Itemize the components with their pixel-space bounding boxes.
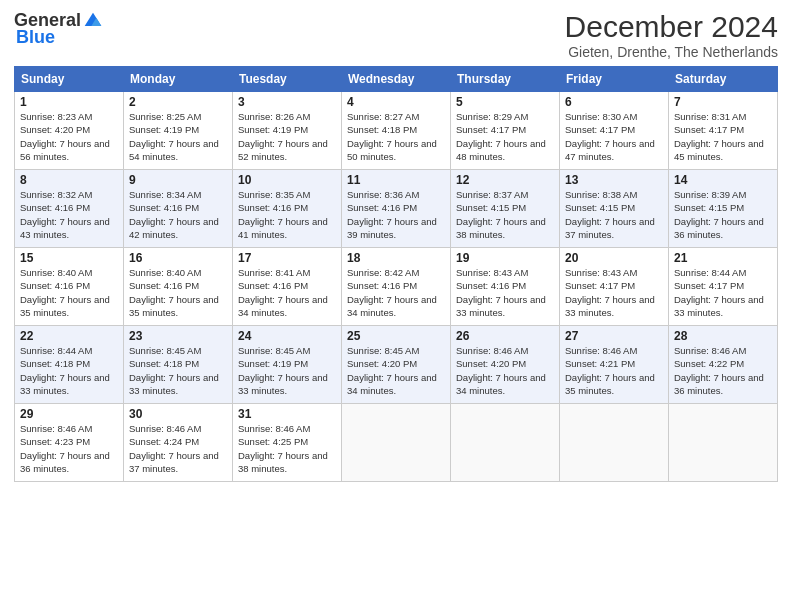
day-info: Sunrise: 8:29 AMSunset: 4:17 PMDaylight:… — [456, 110, 554, 163]
day-number: 7 — [674, 95, 772, 109]
day-header-tuesday: Tuesday — [233, 67, 342, 92]
day-number: 19 — [456, 251, 554, 265]
calendar-table: SundayMondayTuesdayWednesdayThursdayFrid… — [14, 66, 778, 482]
day-cell: 15Sunrise: 8:40 AMSunset: 4:16 PMDayligh… — [15, 248, 124, 326]
day-info: Sunrise: 8:46 AMSunset: 4:23 PMDaylight:… — [20, 422, 118, 475]
day-number: 1 — [20, 95, 118, 109]
day-header-thursday: Thursday — [451, 67, 560, 92]
day-info: Sunrise: 8:43 AMSunset: 4:16 PMDaylight:… — [456, 266, 554, 319]
day-number: 23 — [129, 329, 227, 343]
day-number: 18 — [347, 251, 445, 265]
day-number: 16 — [129, 251, 227, 265]
day-info: Sunrise: 8:45 AMSunset: 4:20 PMDaylight:… — [347, 344, 445, 397]
day-number: 6 — [565, 95, 663, 109]
day-number: 9 — [129, 173, 227, 187]
page: General Blue December 2024 Gieten, Drent… — [0, 0, 792, 612]
day-info: Sunrise: 8:41 AMSunset: 4:16 PMDaylight:… — [238, 266, 336, 319]
day-cell: 23Sunrise: 8:45 AMSunset: 4:18 PMDayligh… — [124, 326, 233, 404]
day-info: Sunrise: 8:46 AMSunset: 4:20 PMDaylight:… — [456, 344, 554, 397]
day-info: Sunrise: 8:36 AMSunset: 4:16 PMDaylight:… — [347, 188, 445, 241]
day-number: 29 — [20, 407, 118, 421]
calendar-week-row: 15Sunrise: 8:40 AMSunset: 4:16 PMDayligh… — [15, 248, 778, 326]
day-info: Sunrise: 8:30 AMSunset: 4:17 PMDaylight:… — [565, 110, 663, 163]
day-number: 13 — [565, 173, 663, 187]
day-cell: 2Sunrise: 8:25 AMSunset: 4:19 PMDaylight… — [124, 92, 233, 170]
day-info: Sunrise: 8:38 AMSunset: 4:15 PMDaylight:… — [565, 188, 663, 241]
day-cell: 12Sunrise: 8:37 AMSunset: 4:15 PMDayligh… — [451, 170, 560, 248]
day-cell: 5Sunrise: 8:29 AMSunset: 4:17 PMDaylight… — [451, 92, 560, 170]
day-cell: 27Sunrise: 8:46 AMSunset: 4:21 PMDayligh… — [560, 326, 669, 404]
title-block: December 2024 Gieten, Drenthe, The Nethe… — [565, 10, 778, 60]
day-info: Sunrise: 8:42 AMSunset: 4:16 PMDaylight:… — [347, 266, 445, 319]
day-info: Sunrise: 8:45 AMSunset: 4:19 PMDaylight:… — [238, 344, 336, 397]
day-number: 12 — [456, 173, 554, 187]
day-number: 4 — [347, 95, 445, 109]
month-title: December 2024 — [565, 10, 778, 44]
day-number: 8 — [20, 173, 118, 187]
day-info: Sunrise: 8:32 AMSunset: 4:16 PMDaylight:… — [20, 188, 118, 241]
day-number: 31 — [238, 407, 336, 421]
day-info: Sunrise: 8:40 AMSunset: 4:16 PMDaylight:… — [129, 266, 227, 319]
day-info: Sunrise: 8:46 AMSunset: 4:22 PMDaylight:… — [674, 344, 772, 397]
subtitle: Gieten, Drenthe, The Netherlands — [565, 44, 778, 60]
day-cell: 11Sunrise: 8:36 AMSunset: 4:16 PMDayligh… — [342, 170, 451, 248]
day-number: 15 — [20, 251, 118, 265]
day-info: Sunrise: 8:46 AMSunset: 4:21 PMDaylight:… — [565, 344, 663, 397]
calendar-week-row: 22Sunrise: 8:44 AMSunset: 4:18 PMDayligh… — [15, 326, 778, 404]
empty-cell — [560, 404, 669, 482]
day-cell: 9Sunrise: 8:34 AMSunset: 4:16 PMDaylight… — [124, 170, 233, 248]
day-info: Sunrise: 8:34 AMSunset: 4:16 PMDaylight:… — [129, 188, 227, 241]
day-number: 30 — [129, 407, 227, 421]
day-number: 14 — [674, 173, 772, 187]
day-number: 26 — [456, 329, 554, 343]
day-info: Sunrise: 8:43 AMSunset: 4:17 PMDaylight:… — [565, 266, 663, 319]
header: General Blue December 2024 Gieten, Drent… — [14, 10, 778, 60]
day-info: Sunrise: 8:23 AMSunset: 4:20 PMDaylight:… — [20, 110, 118, 163]
day-cell: 30Sunrise: 8:46 AMSunset: 4:24 PMDayligh… — [124, 404, 233, 482]
day-cell: 22Sunrise: 8:44 AMSunset: 4:18 PMDayligh… — [15, 326, 124, 404]
day-info: Sunrise: 8:27 AMSunset: 4:18 PMDaylight:… — [347, 110, 445, 163]
day-number: 11 — [347, 173, 445, 187]
calendar-week-row: 8Sunrise: 8:32 AMSunset: 4:16 PMDaylight… — [15, 170, 778, 248]
day-info: Sunrise: 8:46 AMSunset: 4:25 PMDaylight:… — [238, 422, 336, 475]
day-number: 3 — [238, 95, 336, 109]
day-cell: 10Sunrise: 8:35 AMSunset: 4:16 PMDayligh… — [233, 170, 342, 248]
day-number: 24 — [238, 329, 336, 343]
day-cell: 4Sunrise: 8:27 AMSunset: 4:18 PMDaylight… — [342, 92, 451, 170]
day-number: 25 — [347, 329, 445, 343]
day-cell: 13Sunrise: 8:38 AMSunset: 4:15 PMDayligh… — [560, 170, 669, 248]
day-cell: 18Sunrise: 8:42 AMSunset: 4:16 PMDayligh… — [342, 248, 451, 326]
logo-icon — [83, 11, 103, 31]
day-header-monday: Monday — [124, 67, 233, 92]
day-cell: 8Sunrise: 8:32 AMSunset: 4:16 PMDaylight… — [15, 170, 124, 248]
day-cell: 6Sunrise: 8:30 AMSunset: 4:17 PMDaylight… — [560, 92, 669, 170]
day-number: 2 — [129, 95, 227, 109]
empty-cell — [669, 404, 778, 482]
day-number: 22 — [20, 329, 118, 343]
day-info: Sunrise: 8:39 AMSunset: 4:15 PMDaylight:… — [674, 188, 772, 241]
day-number: 27 — [565, 329, 663, 343]
logo-blue-text: Blue — [16, 27, 55, 48]
calendar-week-row: 1Sunrise: 8:23 AMSunset: 4:20 PMDaylight… — [15, 92, 778, 170]
day-number: 5 — [456, 95, 554, 109]
day-cell: 26Sunrise: 8:46 AMSunset: 4:20 PMDayligh… — [451, 326, 560, 404]
day-info: Sunrise: 8:31 AMSunset: 4:17 PMDaylight:… — [674, 110, 772, 163]
day-info: Sunrise: 8:35 AMSunset: 4:16 PMDaylight:… — [238, 188, 336, 241]
day-cell: 14Sunrise: 8:39 AMSunset: 4:15 PMDayligh… — [669, 170, 778, 248]
day-header-saturday: Saturday — [669, 67, 778, 92]
day-header-friday: Friday — [560, 67, 669, 92]
day-number: 10 — [238, 173, 336, 187]
day-info: Sunrise: 8:40 AMSunset: 4:16 PMDaylight:… — [20, 266, 118, 319]
day-cell: 29Sunrise: 8:46 AMSunset: 4:23 PMDayligh… — [15, 404, 124, 482]
day-info: Sunrise: 8:25 AMSunset: 4:19 PMDaylight:… — [129, 110, 227, 163]
calendar-header-row: SundayMondayTuesdayWednesdayThursdayFrid… — [15, 67, 778, 92]
day-cell: 28Sunrise: 8:46 AMSunset: 4:22 PMDayligh… — [669, 326, 778, 404]
day-cell: 3Sunrise: 8:26 AMSunset: 4:19 PMDaylight… — [233, 92, 342, 170]
day-number: 28 — [674, 329, 772, 343]
day-info: Sunrise: 8:37 AMSunset: 4:15 PMDaylight:… — [456, 188, 554, 241]
day-info: Sunrise: 8:45 AMSunset: 4:18 PMDaylight:… — [129, 344, 227, 397]
day-header-wednesday: Wednesday — [342, 67, 451, 92]
day-cell: 20Sunrise: 8:43 AMSunset: 4:17 PMDayligh… — [560, 248, 669, 326]
day-cell: 25Sunrise: 8:45 AMSunset: 4:20 PMDayligh… — [342, 326, 451, 404]
empty-cell — [342, 404, 451, 482]
